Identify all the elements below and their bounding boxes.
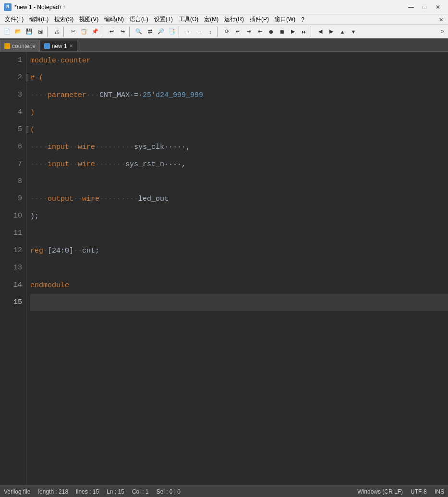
editor-container[interactable]: 123456789101112131415 module·counter−#·(… <box>0 52 448 485</box>
menu-close-x[interactable]: ✕ <box>436 15 446 24</box>
tab-label-new1: new 1 <box>52 43 67 49</box>
toolbar-cut[interactable]: ✂ <box>68 26 78 37</box>
toolbar-down[interactable]: ▼ <box>348 26 359 37</box>
toolbar-find[interactable]: 🔍 <box>133 26 144 37</box>
menu-tools[interactable]: 工具(O) <box>176 14 201 24</box>
tab-close-new1[interactable]: ✕ <box>69 43 73 48</box>
toolbar-open[interactable]: 📂 <box>13 26 24 37</box>
line-number-6: 6 <box>0 138 26 156</box>
menu-search[interactable]: 搜索(S) <box>51 14 76 24</box>
toolbar-findall[interactable]: 🔎 <box>156 26 166 37</box>
toolbar-sync[interactable]: ⟳ <box>221 26 232 37</box>
token: ·· <box>73 195 82 203</box>
toolbar-sep7 <box>311 26 314 37</box>
token: # <box>30 74 35 82</box>
token: ···· <box>30 195 48 203</box>
maximize-button[interactable]: □ <box>418 2 431 12</box>
toolbar-zoomreset[interactable]: ↕ <box>205 26 216 37</box>
token: ·· <box>73 247 82 255</box>
tab-counter[interactable]: counter.v <box>0 40 40 51</box>
tab-new1[interactable]: new 1 ✕ <box>40 40 77 51</box>
toolbar-zoomout[interactable]: − <box>194 26 205 37</box>
toolbar-save[interactable]: 💾 <box>24 26 35 37</box>
token: reg <box>30 247 43 255</box>
code-line-15 <box>30 294 448 311</box>
code-line-8 <box>30 173 448 190</box>
toolbar-next[interactable]: ▶ <box>326 26 337 37</box>
toolbar-record[interactable]: ⏺ <box>266 26 276 37</box>
toolbar-playall[interactable]: ⏭ <box>299 26 309 37</box>
menu-settings[interactable]: 设置(T) <box>151 14 176 24</box>
toolbar-undo[interactable]: ↩ <box>106 26 117 37</box>
toolbar-prev[interactable]: ◀ <box>315 26 326 37</box>
line-number-15: 15 <box>0 294 26 311</box>
menu-help[interactable]: ? <box>298 15 307 24</box>
close-button[interactable]: ✕ <box>432 2 444 12</box>
code-line-1: module·counter <box>30 52 448 69</box>
menu-view[interactable]: 视图(V) <box>76 14 101 24</box>
toolbar-print[interactable]: 🖨 <box>51 26 62 37</box>
toolbar-findinfiles[interactable]: 📑 <box>167 26 177 37</box>
token: endmodule <box>30 281 69 290</box>
toolbar-sep2 <box>63 26 66 37</box>
toolbar-wordwrap[interactable]: ↵ <box>232 26 243 37</box>
fold-marker-2[interactable]: − <box>26 74 28 81</box>
toolbar-copy[interactable]: 📋 <box>79 26 89 37</box>
status-sel: Sel : 0 | 0 <box>157 488 181 495</box>
toolbar-expand[interactable]: » <box>439 28 446 35</box>
token: 25'd24_999_999 <box>143 91 203 99</box>
app-icon: N <box>4 3 12 11</box>
status-length: length : 218 <box>38 488 68 495</box>
toolbar-zoomin[interactable]: + <box>183 26 194 37</box>
status-ln: Ln : 15 <box>107 488 124 495</box>
line-number-1: 1 <box>0 52 26 69</box>
line-number-14: 14 <box>0 277 26 294</box>
menu-macro[interactable]: 宏(M) <box>201 14 221 24</box>
toolbar-indent[interactable]: ⇥ <box>243 26 254 37</box>
toolbar-play[interactable]: ▶ <box>288 26 298 37</box>
toolbar-up[interactable]: ▲ <box>337 26 348 37</box>
token: input <box>48 143 69 151</box>
toolbar-indent2[interactable]: ⇤ <box>254 26 265 37</box>
menu-file[interactable]: 文件(F) <box>2 14 26 24</box>
menu-plugins[interactable]: 插件(P) <box>247 14 272 24</box>
code-line-10: ); <box>30 207 448 225</box>
token: ········· <box>95 143 134 151</box>
token: · <box>43 247 48 255</box>
toolbar-stop[interactable]: ⏹ <box>277 26 287 37</box>
menu-run[interactable]: 运行(R) <box>221 14 247 24</box>
menu-edit[interactable]: 编辑(E) <box>26 14 51 24</box>
token: [24:0] <box>48 247 73 255</box>
toolbar-saveall[interactable]: 🖫 <box>35 26 46 37</box>
code-line-14: endmodule <box>30 277 448 294</box>
line-number-9: 9 <box>0 190 26 207</box>
fold-marker-5[interactable]: − <box>26 126 28 133</box>
token: ···· <box>30 91 48 99</box>
code-area[interactable]: module·counter−#·(····parameter···CNT_MA… <box>26 52 448 485</box>
line-number-3: 3 <box>0 86 26 104</box>
minimize-button[interactable]: — <box>405 2 417 12</box>
toolbar-paste[interactable]: 📌 <box>90 26 100 37</box>
menu-encode[interactable]: 编码(N) <box>101 14 127 24</box>
token: counter <box>61 57 91 65</box>
token: sys_clk <box>134 143 164 151</box>
token: · <box>35 74 39 82</box>
menu-lang[interactable]: 语言(L) <box>127 14 151 24</box>
toolbar-new[interactable]: 📄 <box>2 26 12 37</box>
token: wire <box>78 160 95 169</box>
menu-bar: 文件(F) 编辑(E) 搜索(S) 视图(V) 编码(N) 语言(L) 设置(T… <box>0 14 448 25</box>
code-line-4: ) <box>30 104 448 121</box>
token: led_out <box>138 195 169 203</box>
toolbar-redo[interactable]: ↪ <box>117 26 128 37</box>
token: ···· <box>30 143 48 151</box>
menu-window[interactable]: 窗口(W) <box>272 14 298 24</box>
token: ····, <box>164 160 186 169</box>
token: · <box>56 57 61 65</box>
token: ) <box>30 109 35 117</box>
toolbar-findreplace[interactable]: ⇄ <box>145 26 155 37</box>
line-number-4: 4 <box>0 104 26 121</box>
line-numbers: 123456789101112131415 <box>0 52 26 485</box>
token: ··· <box>86 91 99 99</box>
toolbar-sep4 <box>129 26 132 37</box>
token: CNT_MAX <box>99 91 130 99</box>
